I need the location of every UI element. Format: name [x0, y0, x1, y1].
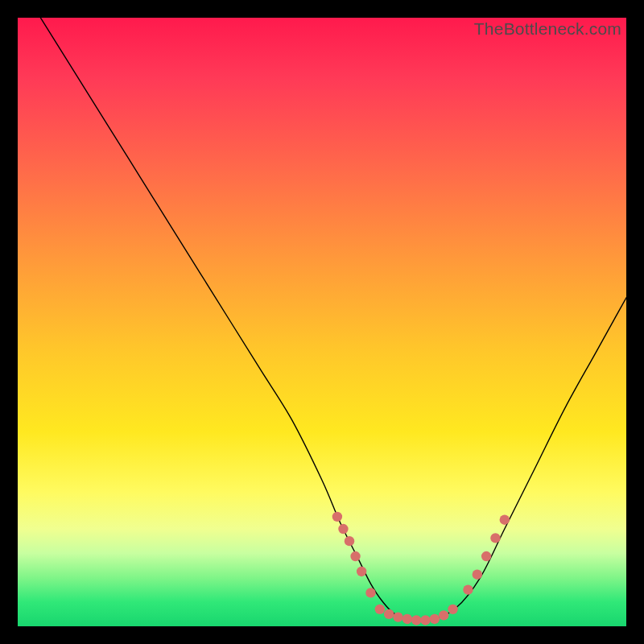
marker-left-cluster [338, 524, 348, 534]
marker-right-cluster [490, 533, 500, 543]
marker-bottom-cluster [411, 615, 421, 625]
marker-bottom-cluster [430, 614, 440, 624]
marker-bottom-cluster [393, 612, 402, 621]
marker-bottom-cluster [448, 605, 457, 614]
marker-right-cluster [463, 584, 473, 594]
series-bottleneck-curve [18, 18, 626, 621]
marker-left-cluster [357, 567, 366, 576]
marker-bottom-cluster [375, 605, 385, 614]
marker-right-cluster [473, 570, 482, 580]
marker-group [332, 512, 510, 625]
marker-bottom-cluster [420, 615, 430, 625]
marker-left-cluster [350, 551, 360, 561]
marker-left-cluster [365, 588, 375, 597]
chart-frame: TheBottleneck.com [0, 0, 644, 644]
marker-left-cluster [345, 536, 354, 546]
chart-svg [18, 18, 626, 626]
marker-bottom-cluster [402, 614, 412, 624]
marker-bottom-cluster [384, 609, 394, 619]
curve-group [18, 18, 626, 621]
marker-right-cluster [481, 551, 491, 561]
marker-bottom-cluster [439, 610, 448, 620]
marker-right-cluster [500, 515, 510, 525]
watermark-text: TheBottleneck.com [474, 19, 621, 39]
plot-outer: TheBottleneck.com [18, 18, 626, 626]
marker-left-cluster [332, 512, 342, 522]
